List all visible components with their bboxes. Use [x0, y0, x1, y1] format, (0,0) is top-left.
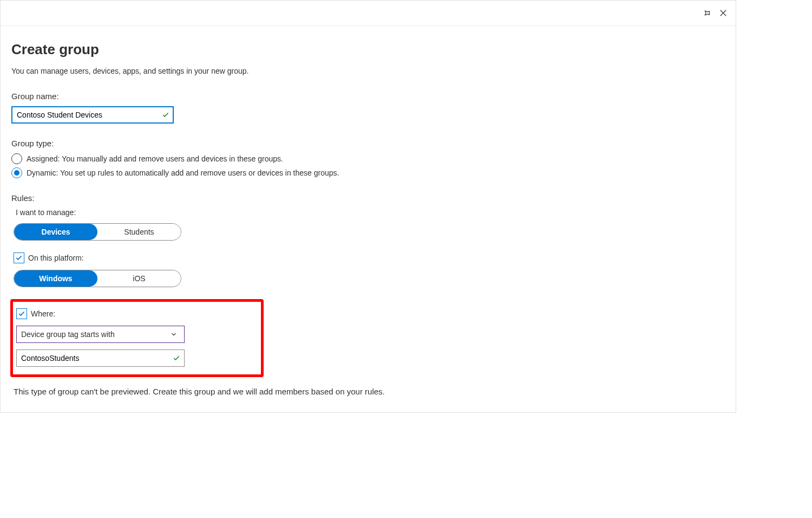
rules-block: I want to manage: Devices Students On th… — [14, 208, 725, 396]
where-check-label: Where: — [31, 309, 55, 318]
where-value-input[interactable] — [16, 349, 185, 367]
panel-content: Create group You can manage users, devic… — [1, 26, 736, 412]
platform-check-label: On this platform: — [28, 254, 84, 262]
group-name-label: Group name: — [11, 92, 725, 101]
platform-toggle-windows[interactable]: Windows — [14, 270, 97, 287]
radio-dynamic[interactable]: Dynamic: You set up rules to automatical… — [11, 167, 725, 178]
radio-dynamic-label: Dynamic: You set up rules to automatical… — [27, 169, 339, 177]
checkmark-icon — [18, 310, 25, 318]
close-icon[interactable] — [718, 8, 728, 18]
group-type-radiogroup: Assigned: You manually add and remove us… — [11, 153, 725, 178]
platform-checkbox[interactable] — [14, 252, 24, 263]
checkmark-icon — [162, 111, 169, 119]
checkmark-icon — [15, 254, 23, 262]
group-type-label: Group type: — [11, 139, 725, 148]
where-check-row: Where: — [16, 308, 253, 319]
platform-toggle: Windows iOS — [14, 270, 181, 287]
where-dropdown-value: Device group tag starts with — [21, 330, 115, 339]
radio-assigned-label: Assigned: You manually add and remove us… — [27, 154, 283, 163]
manage-toggle-devices[interactable]: Devices — [14, 224, 97, 240]
manage-label: I want to manage: — [16, 208, 725, 217]
radio-assigned[interactable]: Assigned: You manually add and remove us… — [11, 153, 725, 164]
create-group-panel: Create group You can manage users, devic… — [0, 0, 736, 413]
where-value-wrap — [16, 349, 185, 367]
where-condition-dropdown[interactable]: Device group tag starts with — [16, 326, 185, 343]
group-name-field-wrap — [11, 106, 174, 124]
platform-toggle-ios[interactable]: iOS — [97, 270, 181, 287]
pin-icon[interactable] — [701, 8, 711, 18]
page-title: Create group — [11, 41, 725, 58]
manage-toggle-students[interactable]: Students — [97, 224, 181, 240]
radio-icon — [11, 167, 22, 178]
page-description: You can manage users, devices, apps, and… — [11, 67, 725, 75]
chevron-down-icon — [170, 331, 178, 338]
platform-check-row: On this platform: — [14, 252, 725, 263]
preview-note: This type of group can't be previewed. C… — [14, 387, 725, 396]
panel-header — [1, 1, 736, 26]
where-checkbox[interactable] — [16, 308, 27, 319]
where-highlight: Where: Device group tag starts with — [10, 299, 264, 377]
radio-icon — [11, 153, 22, 164]
checkmark-icon — [173, 354, 180, 362]
manage-toggle: Devices Students — [14, 223, 181, 241]
rules-label: Rules: — [11, 193, 725, 203]
group-name-input[interactable] — [11, 106, 174, 124]
